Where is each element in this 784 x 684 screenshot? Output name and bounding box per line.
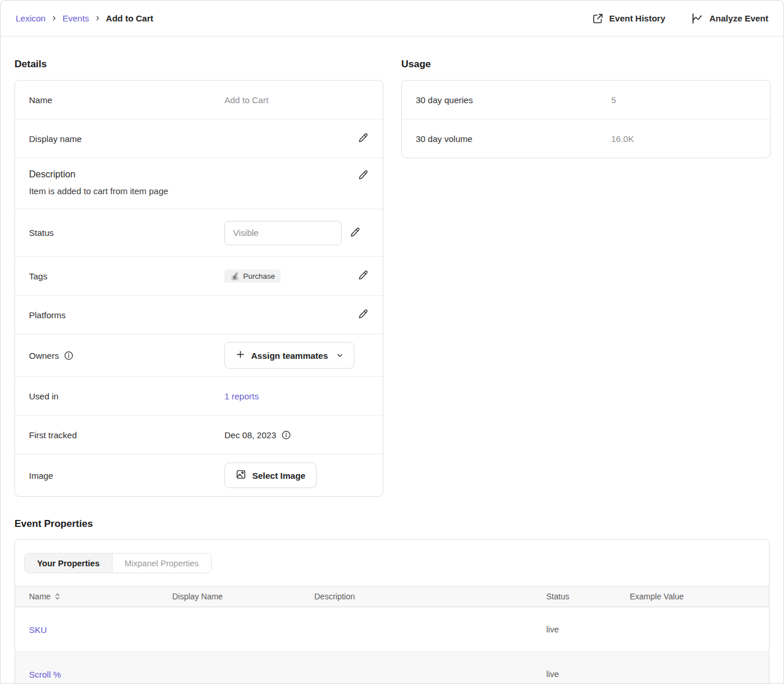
status-input-value: Visible [233,228,259,238]
topbar-actions: Event History Analyze Event [592,12,768,25]
description-value: Item is added to cart from item page [29,186,369,196]
status-input[interactable]: Visible [224,221,342,245]
volume-value: 16.0K [611,134,634,144]
tag-label: Purchase [243,272,275,281]
usage-section-title: Usage [401,59,771,70]
detail-row-owners: Owners Assign teammates [15,334,383,376]
first-tracked-value: Dec 08, 2023 [224,430,276,440]
edit-platforms-button[interactable] [358,308,369,321]
detail-row-tags: Tags 💰 Purchase [15,256,383,295]
detail-row-platforms: Platforms [15,295,383,334]
assign-teammates-button[interactable]: Assign teammates [224,342,354,369]
image-label: Image [29,471,224,481]
owners-label: Owners [29,351,59,361]
edit-description-button[interactable] [358,169,369,182]
edit-display-name-button[interactable] [358,132,369,145]
main-content: Details Name Add to Cart Display name [1,37,783,684]
column-header-description: Description [314,592,546,601]
queries-label: 30 day queries [416,95,611,105]
plus-icon [235,350,245,361]
property-status: live [546,670,630,679]
pencil-icon [358,169,369,182]
lexicon-event-detail-page: Lexicon Events Add to Cart Event Histo [0,0,784,684]
tags-label: Tags [29,271,224,281]
event-properties-card: Your Properties Mixpanel Properties Name… [14,539,770,684]
detail-row-status: Status Visible [15,209,383,256]
select-image-label: Select Image [252,471,306,481]
display-name-label: Display name [29,134,224,144]
detail-row-display-name: Display name [15,119,383,158]
detail-row-first-tracked: First tracked Dec 08, 2023 [15,415,383,454]
detail-row-used-in: Used in 1 reports [15,376,383,415]
analyze-event-button[interactable]: Analyze Event [691,12,768,25]
event-properties-title: Event Properties [14,518,770,530]
analyze-event-label: Analyze Event [709,13,768,23]
sort-icon[interactable] [55,592,60,601]
queries-value: 5 [611,95,616,105]
event-history-label: Event History [609,13,666,23]
property-link-sku[interactable]: SKU [29,625,47,635]
description-label: Description [29,169,75,180]
chevron-right-icon [52,16,57,21]
properties-tabs: Your Properties Mixpanel Properties [15,540,769,586]
line-chart-icon [691,12,703,25]
external-link-icon [592,13,604,24]
tab-your-properties[interactable]: Your Properties [25,554,112,573]
column-header-status: Status [546,592,630,601]
edit-tags-button[interactable] [358,270,369,282]
breadcrumb-events[interactable]: Events [63,13,89,23]
event-history-button[interactable]: Event History [592,13,666,24]
info-icon[interactable] [64,351,74,361]
column-header-display-name: Display Name [172,592,314,601]
edit-status-button[interactable] [350,227,361,239]
column-header-example-value: Example Value [630,592,755,601]
money-bag-icon: 💰 [230,272,239,281]
usage-row-queries: 30 day queries 5 [402,81,770,119]
property-row-scroll-pct[interactable]: Scroll % live [15,652,769,684]
details-section-title: Details [14,59,383,70]
used-in-reports-link[interactable]: 1 reports [224,391,259,401]
detail-row-image: Image Select Image [15,454,383,496]
breadcrumb-current-event: Add to Cart [106,13,154,23]
topbar: Lexicon Events Add to Cart Event Histo [1,1,783,37]
pencil-icon [358,308,369,321]
tag-purchase[interactable]: 💰 Purchase [224,270,281,283]
status-label: Status [29,228,224,238]
property-row-sku[interactable]: SKU live [15,607,769,652]
breadcrumb-lexicon[interactable]: Lexicon [16,13,46,23]
name-label: Name [29,95,224,105]
used-in-label: Used in [29,391,224,401]
detail-row-description: Description Item is added to cart from i… [15,158,383,209]
image-icon [235,469,246,482]
platforms-label: Platforms [29,310,224,320]
usage-row-volume: 30 day volume 16.0K [402,119,770,158]
chevron-down-icon [336,351,343,361]
properties-table-header: Name Display Name Description Status Exa… [15,586,769,607]
details-card: Name Add to Cart Display name [14,80,383,497]
chevron-right-icon [95,16,100,21]
pencil-icon [358,270,369,282]
name-value: Add to Cart [224,95,268,105]
property-link-scroll-pct[interactable]: Scroll % [29,670,61,679]
volume-label: 30 day volume [416,134,611,144]
select-image-button[interactable]: Select Image [224,463,317,488]
info-icon[interactable] [281,430,291,440]
first-tracked-label: First tracked [29,430,224,440]
pencil-icon [358,132,369,145]
property-status: live [546,625,630,634]
column-header-name[interactable]: Name [29,592,50,601]
pencil-icon [350,227,361,239]
tab-mixpanel-properties[interactable]: Mixpanel Properties [112,554,211,573]
usage-card: 30 day queries 5 30 day volume 16.0K [401,80,771,158]
assign-teammates-label: Assign teammates [251,351,328,361]
breadcrumb: Lexicon Events Add to Cart [16,13,153,23]
detail-row-name: Name Add to Cart [15,81,383,119]
